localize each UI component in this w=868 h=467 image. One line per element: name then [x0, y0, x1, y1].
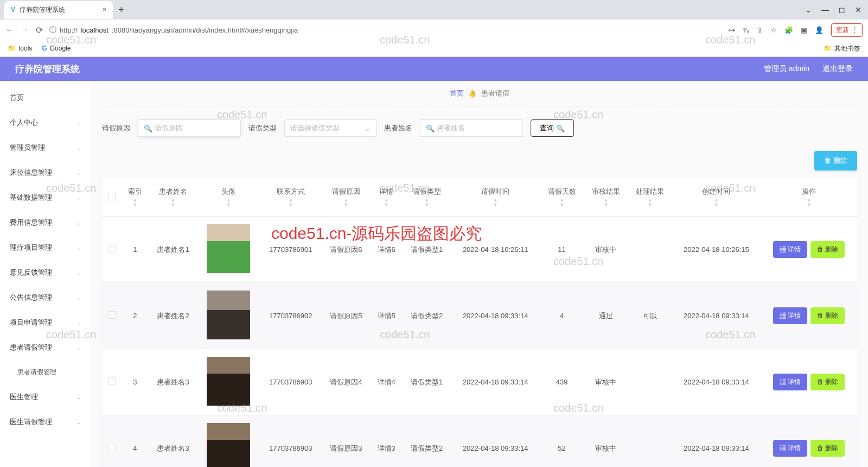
delete-button[interactable]: 🗑 删除	[810, 374, 845, 390]
url-input[interactable]: ⓘ http://localhost:8080/liaoyangyuan/adm…	[49, 25, 722, 35]
sort-icon: ▲▼	[126, 198, 144, 207]
sidebar-item[interactable]: 基础数据管理⌄	[0, 185, 91, 210]
logout-button[interactable]: 退出登录	[822, 64, 853, 74]
delete-button[interactable]: 🗑 删除	[810, 307, 845, 324]
column-header[interactable]: 头像▲▼	[197, 178, 260, 217]
sidebar-item[interactable]: 医生请假管理⌄	[0, 409, 91, 434]
tab-title: 疗养院管理系统	[20, 5, 65, 15]
cell-reason: 请假原因5	[322, 283, 371, 349]
key-icon[interactable]: ⊶	[728, 26, 735, 34]
sidebar-item[interactable]: 首页	[0, 85, 91, 110]
cell-name: 患者姓名2	[149, 283, 197, 349]
forward-icon[interactable]: →	[21, 25, 29, 35]
sidebar-item[interactable]: 费用信息管理⌄	[0, 210, 91, 235]
select-type[interactable]: 请选择请假类型⌄	[284, 119, 376, 137]
close-icon[interactable]: ×	[103, 6, 106, 14]
cell-reason: 请假原因4	[322, 349, 371, 415]
chevron-down-icon[interactable]: ⌄	[805, 5, 812, 14]
sidebar-item[interactable]: 医生管理⌄	[0, 384, 91, 409]
translate-icon[interactable]: ᵃ⁄ₐ	[743, 26, 749, 34]
cell-index: 3	[122, 349, 149, 415]
column-header[interactable]: 索引▲▼	[122, 178, 149, 217]
detail-button[interactable]: ▦ 详情	[773, 440, 807, 457]
batch-delete-button[interactable]: 🗑 删除	[814, 151, 857, 171]
column-header[interactable]: 请假时间▲▼	[451, 178, 540, 217]
sidebar-item[interactable]: 床位信息管理⌄	[0, 160, 91, 185]
search-icon: 🔍	[556, 124, 565, 132]
profile-icon[interactable]: 👤	[815, 26, 824, 34]
share-icon[interactable]: ⇪	[757, 26, 763, 34]
minimize-icon[interactable]: —	[821, 5, 829, 14]
chevron-down-icon: ⌄	[76, 320, 81, 326]
column-header[interactable]: 请假原因▲▼	[322, 178, 371, 217]
cell-time: 2022-04-18 09:33:14	[451, 283, 540, 349]
sidebar-item[interactable]: 项目申请管理⌄	[0, 310, 91, 335]
sort-icon: ▲▼	[326, 198, 366, 207]
delete-button[interactable]: 🗑 删除	[810, 241, 845, 258]
cell-audit: 审核中	[584, 217, 628, 283]
close-window-icon[interactable]: ✕	[855, 5, 861, 14]
panel-icon[interactable]: ▣	[801, 26, 807, 34]
input-reason[interactable]: 🔍请假原因	[138, 119, 241, 137]
chevron-down-icon: ⌄	[76, 220, 81, 226]
row-checkbox[interactable]	[108, 311, 116, 319]
cell-name: 患者姓名3	[149, 349, 197, 415]
column-header[interactable]: 审核结果▲▼	[584, 178, 628, 217]
cell-detail: 详情4	[371, 349, 403, 415]
sidebar-item[interactable]: 理疗项目管理⌄	[0, 235, 91, 260]
cell-days: 4	[540, 283, 584, 349]
row-checkbox[interactable]	[108, 444, 116, 451]
bookmark-tools[interactable]: 📁tools	[8, 45, 32, 52]
hand-icon: 🤚	[468, 90, 477, 98]
column-header[interactable]: 创建时间▲▼	[672, 178, 761, 217]
input-name[interactable]: 🔍患者姓名	[420, 119, 523, 137]
sidebar-item[interactable]: 管理员管理⌄	[0, 135, 91, 160]
detail-button[interactable]: ▦ 详情	[773, 241, 807, 258]
row-checkbox[interactable]	[108, 377, 116, 385]
back-icon[interactable]: ←	[5, 25, 14, 35]
update-button[interactable]: 更新⋮	[831, 23, 863, 37]
cell-process	[628, 349, 672, 415]
browser-tab[interactable]: V 疗养院管理系统 ×	[4, 1, 113, 19]
maximize-icon[interactable]: ◻	[839, 5, 845, 14]
cell-time: 2022-04-18 09:33:14	[451, 415, 540, 468]
sort-icon: ▲▼	[375, 198, 398, 207]
reload-icon[interactable]: ⟳	[36, 25, 43, 35]
extensions-icon[interactable]: 🧩	[784, 26, 793, 34]
column-header[interactable]: 患者姓名▲▼	[149, 178, 197, 217]
cell-audit: 审核中	[584, 349, 628, 415]
column-header[interactable]: 操作▲▼	[761, 178, 857, 217]
detail-button[interactable]: ▦ 详情	[773, 307, 807, 324]
column-header[interactable]: 请假天数▲▼	[540, 178, 584, 217]
column-header[interactable]: 处理结果▲▼	[628, 178, 672, 217]
checkbox-all[interactable]	[108, 193, 116, 200]
avatar	[207, 224, 250, 273]
column-header[interactable]: 详情▲▼	[371, 178, 403, 217]
query-button[interactable]: 查询🔍	[531, 119, 574, 137]
detail-button[interactable]: ▦ 详情	[773, 374, 807, 390]
row-checkbox[interactable]	[108, 245, 116, 253]
browser-chrome: V 疗养院管理系统 × + ⌄ — ◻ ✕ ← → ⟳ ⓘ http://loc…	[0, 0, 868, 57]
sidebar-item[interactable]: 患者请假管理⌄	[0, 335, 91, 360]
user-label[interactable]: 管理员 admin	[764, 64, 809, 74]
delete-button[interactable]: 🗑 删除	[810, 440, 845, 457]
breadcrumb-home[interactable]: 首页	[450, 89, 464, 98]
sidebar-item[interactable]: 意见反馈管理⌄	[0, 260, 91, 285]
bookmark-other[interactable]: 📁其他书签	[824, 44, 860, 53]
column-header[interactable]: 请假类型▲▼	[403, 178, 451, 217]
sidebar-item[interactable]: 个人中心⌄	[0, 110, 91, 135]
sidebar-subitem-active[interactable]: 患者请假管理	[0, 360, 91, 384]
app-header: 疗养院管理系统 管理员 admin 退出登录	[0, 57, 868, 81]
new-tab-button[interactable]: +	[113, 4, 130, 16]
chevron-down-icon: ⌄	[76, 345, 81, 351]
sidebar-item[interactable]: 公告信息管理⌄	[0, 285, 91, 310]
search-icon: 🔍	[144, 124, 152, 132]
chevron-down-icon: ⌄	[365, 124, 371, 132]
label-reason: 请假原因	[102, 123, 130, 133]
breadcrumb: 首页 🤚 患者请假	[102, 81, 857, 106]
cell-detail: 详情5	[371, 283, 403, 349]
bookmark-google[interactable]: GGoogle	[42, 45, 71, 52]
star-icon[interactable]: ☆	[770, 26, 777, 34]
cell-index: 4	[122, 415, 149, 468]
column-header[interactable]: 联系方式▲▼	[260, 178, 322, 217]
